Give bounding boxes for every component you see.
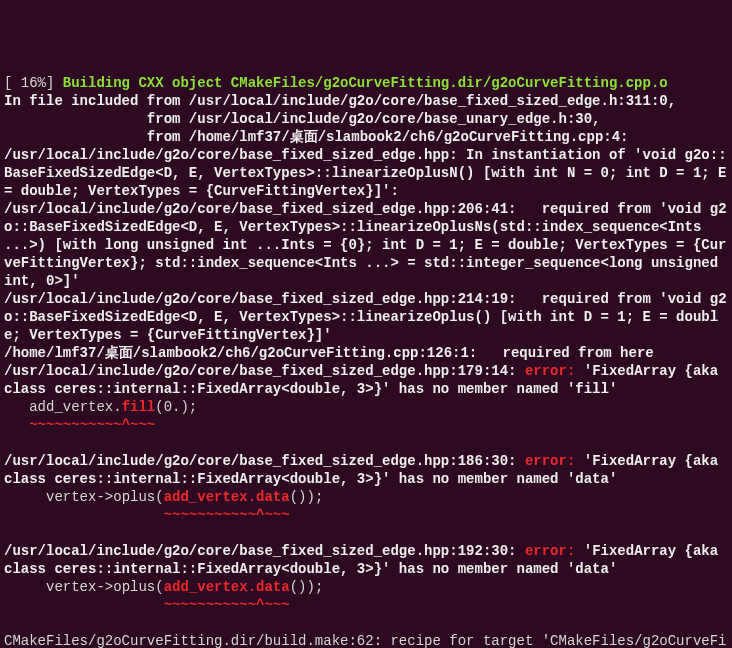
make-output: CMakeFiles/g2oCurveFitting.dir/build.mak…: [4, 633, 727, 648]
file-loc: /usr/local/include/g2o/core/base_fixed_s…: [4, 453, 516, 469]
text: ':: [382, 183, 399, 199]
caret-underline: ~~~~~~~~~~~^~~~: [4, 417, 155, 433]
file-loc: /usr/local/include/g2o/core/base_fixed_s…: [4, 543, 516, 559]
text: ': [575, 363, 592, 379]
text: ': [575, 543, 592, 559]
code-snippet: ());: [290, 579, 324, 595]
comma: ,: [668, 93, 676, 109]
text: ': [575, 453, 592, 469]
caret-underline: ~~~~~~~~~~~^~~~: [4, 597, 290, 613]
text: In instantiation of ': [458, 147, 643, 163]
include-path: /home/lmf37/桌面/slambook2/ch6/g2oCurveFit…: [189, 129, 620, 145]
member-name: fill: [575, 381, 609, 397]
required-here: required from here: [477, 345, 653, 361]
file-loc: /usr/local/include/g2o/core/base_fixed_s…: [4, 147, 458, 163]
file-loc: /home/lmf37/桌面/slambook2/ch6/g2oCurveFit…: [4, 345, 477, 361]
error-label: error:: [525, 453, 575, 469]
text: ': [609, 561, 617, 577]
text: ': [609, 471, 617, 487]
text: ': [609, 381, 617, 397]
text: ': [323, 327, 331, 343]
code-snippet: vertex->oplus(: [4, 579, 164, 595]
comma: ,: [592, 111, 600, 127]
text: ' has no member named ': [382, 471, 575, 487]
include-path: /usr/local/include/g2o/core/base_fixed_s…: [189, 93, 668, 109]
code-snippet: add_vertex.: [4, 399, 122, 415]
caret-underline: ~~~~~~~~~~~^~~~: [4, 507, 290, 523]
code-snippet: vertex->oplus(: [4, 489, 164, 505]
include-path: /usr/local/include/g2o/core/base_unary_e…: [189, 111, 592, 127]
text: required from ': [516, 201, 667, 217]
error-label: error:: [525, 543, 575, 559]
member-name: data: [575, 561, 609, 577]
file-loc: /usr/local/include/g2o/core/base_fixed_s…: [4, 201, 516, 217]
member-name: data: [575, 471, 609, 487]
text: required from ': [516, 291, 667, 307]
code-snippet: ());: [290, 489, 324, 505]
include-prefix: from: [4, 129, 189, 145]
file-loc: /usr/local/include/g2o/core/base_fixed_s…: [4, 363, 516, 379]
space: [516, 363, 524, 379]
include-prefix: In file included from: [4, 93, 189, 109]
text: ': [71, 273, 79, 289]
code-snippet: (0.);: [155, 399, 197, 415]
include-prefix: from: [4, 111, 189, 127]
error-token: add_vertex.data: [164, 579, 290, 595]
error-token: fill: [122, 399, 156, 415]
error-token: add_vertex.data: [164, 489, 290, 505]
building-line: Building CXX object CMakeFiles/g2oCurveF…: [63, 75, 668, 91]
file-loc: /usr/local/include/g2o/core/base_fixed_s…: [4, 291, 516, 307]
terminal-output: { "l1_prefix":"[ 16%] ", "l1_building":"…: [0, 0, 732, 648]
text: ' has no member named ': [382, 381, 575, 397]
text: ' has no member named ': [382, 561, 575, 577]
error-label: error:: [525, 363, 575, 379]
progress: [ 16%]: [4, 75, 63, 91]
colon: :: [620, 129, 628, 145]
